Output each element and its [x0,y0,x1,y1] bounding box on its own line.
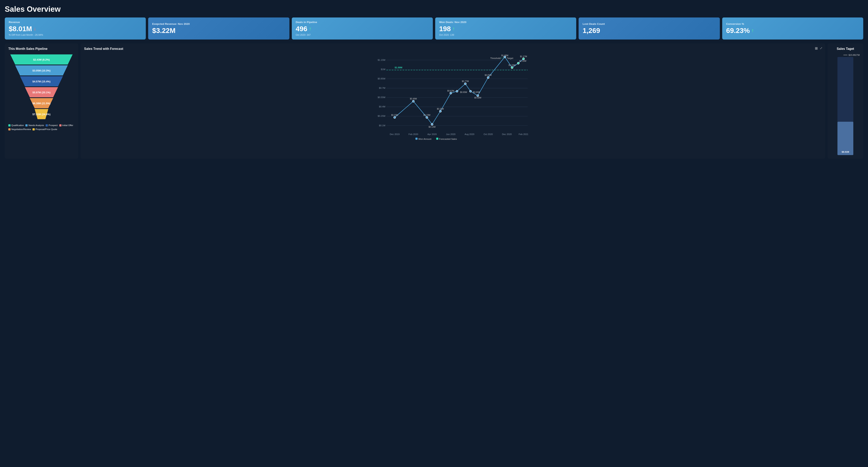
svg-text:$0.77M: $0.77M [462,80,469,82]
target-current-value: $8.01M [842,151,849,153]
svg-text:$0.62M: $0.62M [447,90,454,92]
kpi-sub-won-deals: Oct 2020: 139 [439,34,572,36]
svg-text:$2.43M (8.2%): $2.43M (8.2%) [33,58,50,61]
svg-text:$0.49M: $0.49M [410,98,417,100]
svg-text:Jun 2020: Jun 2020 [446,133,456,136]
svg-text:$1.17M: $1.17M [520,55,527,58]
svg-text:$0.25M: $0.25M [378,115,385,117]
chart-icons: ▦ ⤢ [815,46,823,50]
kpi-label-conversion: Conversion % [726,23,859,25]
svg-text:$1.15M: $1.15M [378,59,385,61]
qualification-color [8,124,10,126]
kpi-card-lost-deals: Lost Deals Count 1,269 [579,18,720,39]
kpi-label-expected-revenue: Exepcted Revenue: Nov 2020 [152,23,285,25]
arrow-up-icon-conversion: ↑ [751,28,754,33]
trend-panel-title: Sales Trend with Forecast [84,47,822,51]
kpi-label-won-deals: Won Deals: Nov 2020 [439,21,572,24]
trend-chart: $1.15M $1M $0.85M $0.7M $0.55M $0.4M $0.… [84,54,822,141]
svg-point-48 [431,123,433,125]
arrow-down-icon: ↓ [33,26,36,32]
svg-text:$0.33M: $0.33M [437,108,444,110]
expand-icon[interactable]: ⤢ [820,46,823,50]
kpi-value-revenue: $8.01M ↓ [9,25,142,33]
svg-text:Forecasted Sales: Forecasted Sales [439,138,457,140]
svg-text:$0.12M: $0.12M [429,126,436,128]
kpi-value-expected-revenue: $3.22M [152,27,285,34]
svg-point-46 [426,116,428,118]
svg-text:Apr 2020: Apr 2020 [428,133,437,136]
legend-label-qualification: Qualification [11,124,24,126]
svg-text:Won Amount: Won Amount [418,138,432,140]
svg-text:$1M: $1M [381,68,385,70]
svg-text:Feb 2020: Feb 2020 [409,133,418,136]
target-bar-container: $8.01M [837,57,853,155]
main-row: This Month Sales Pipeline $2.43M (8.2%) … [5,43,863,158]
svg-point-66 [511,66,513,68]
svg-text:Feb 2021: Feb 2021 [519,133,528,136]
kpi-label-revenue: Revenue [9,21,142,24]
kpi-card-conversion: Conversion % 69.23% ↑ [722,18,863,39]
svg-text:$0.7M: $0.7M [379,87,385,89]
svg-text:$1.00M: $1.00M [395,66,402,69]
sales-target-title: Sales Taget [837,47,854,51]
target-bar-fill [837,122,853,155]
svg-rect-74 [436,138,438,140]
svg-text:$0.58M: $0.58M [474,97,481,99]
svg-text:$3.05M (10.3%): $3.05M (10.3%) [33,69,51,72]
svg-point-58 [469,90,471,92]
legend-qualification: Qualification [8,124,24,126]
kpi-card-revenue: Revenue $8.01M ↓ % Diff from Last Month:… [5,18,146,39]
sales-target-panel: Sales Taget $23.8827M $8.01M [828,43,863,158]
svg-text:$1.20M: $1.20M [501,54,508,57]
trend-panel: Sales Trend with Forecast ▦ ⤢ [81,43,825,158]
svg-text:Threshold:: Threshold: [490,57,501,59]
svg-rect-72 [415,138,417,140]
svg-text:$1.03M: $1.03M [508,64,516,66]
svg-text:$5.97M (20.1%): $5.97M (20.1%) [33,91,51,94]
kpi-card-deals-pipeline: Deals in Pipeline 496 ↑ Oct 2020: 347 [292,18,433,39]
svg-text:Target: Target [507,57,513,59]
legend-label-negotiation: Negotiation/Review [11,128,31,130]
kpi-sub-revenue: % Diff from Last Month: -26.94% [9,34,142,36]
svg-point-56 [464,83,466,85]
prospect-color [45,124,48,126]
svg-point-68 [517,62,519,64]
negotiation-color [8,128,10,130]
kpi-sub-deals-pipeline: Oct 2020: 347 [296,34,429,36]
legend-negotiation: Negotiation/Review [8,128,31,130]
kpi-card-expected-revenue: Exepcted Revenue: Nov 2020 $3.22M [148,18,289,39]
legend-label-proposal: Proposal/Price Quote [35,128,57,130]
initial-offer-color [59,124,61,126]
legend-needs-analysis: Needs Analysis [25,124,44,126]
kpi-label-lost-deals: Lost Deals Count [583,23,716,25]
svg-text:$0.1M: $0.1M [379,124,385,127]
kpi-card-won-deals: Won Deals: Nov 2020 198 ↑ Oct 2020: 139 [435,18,576,39]
kpi-row: Revenue $8.01M ↓ % Diff from Last Month:… [5,18,863,39]
arrow-up-icon-won: ↑ [453,26,455,32]
svg-text:$0.85M: $0.85M [378,78,385,80]
svg-text:Dec 2019: Dec 2019 [390,133,400,136]
svg-text:$0.23M: $0.23M [424,114,430,116]
kpi-value-conversion: 69.23% ↑ [726,27,859,34]
svg-text:$0.4M: $0.4M [379,106,385,108]
funnel-chart: $2.43M (8.2%) $3.05M (10.3%) $4.57M (15.… [8,54,74,121]
svg-text:$0.65M: $0.65M [473,91,480,93]
svg-text:$0.55M: $0.55M [378,96,385,98]
legend-label-prospect: Prospect [49,124,58,126]
svg-text:$0.65M: $0.65M [460,91,467,93]
bar-chart-icon[interactable]: ▦ [815,46,818,50]
svg-text:$4.57M (15.4%): $4.57M (15.4%) [33,80,51,83]
target-value-display: $23.8827M [848,54,860,56]
svg-text:$1.10M: $1.10M [519,60,526,62]
svg-point-44 [412,100,414,102]
funnel-legend: Qualification Needs Analysis Prospect In… [8,124,74,130]
svg-text:$0.23M: $0.23M [391,114,398,116]
arrow-up-icon-deals: ↑ [309,26,311,32]
svg-point-60 [477,94,478,96]
svg-point-52 [450,92,452,94]
kpi-value-won-deals: 198 ↑ [439,25,572,33]
svg-point-54 [456,90,458,92]
proposal-color [33,128,35,130]
svg-text:$7.31M (24.6%): $7.31M (24.6%) [33,113,51,116]
svg-text:Oct 2020: Oct 2020 [484,133,493,136]
